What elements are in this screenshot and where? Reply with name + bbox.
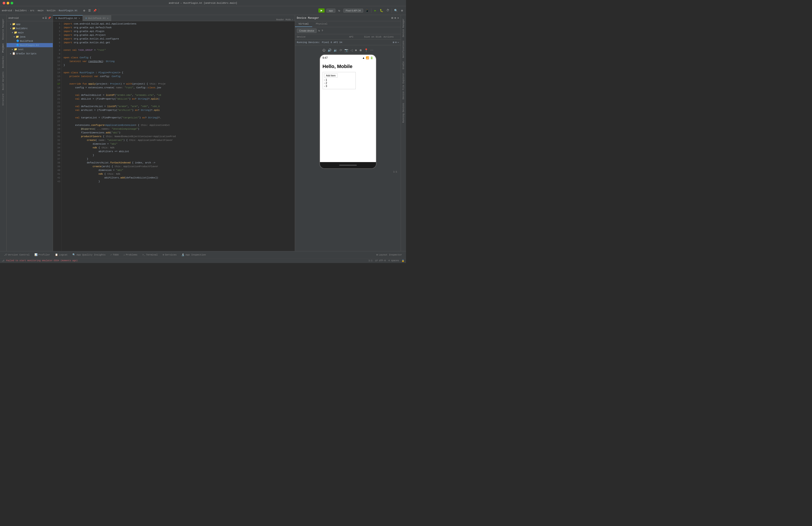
device-column-headers: Device API Size on Disk Actions [295,34,401,40]
bottom-tab-problems[interactable]: ⚠ Problems [121,252,140,257]
device-screen[interactable]: Hello, Mobile Add item - 1 - 2 - 3 [320,61,376,162]
more-device-btn[interactable]: ⋯ [370,48,374,52]
profile-icon[interactable]: ⏱ [386,9,390,13]
app-config-button[interactable]: app [327,9,335,13]
device-selector[interactable]: Pixel 6 API 34 [343,9,363,13]
battery-icon: 🔋 [370,56,373,59]
more-icon[interactable]: ⋯ [397,41,399,44]
close-button[interactable] [3,2,5,4]
debug-icon[interactable]: 🐛 [379,9,384,13]
settings-icon[interactable]: ⚙ [394,16,396,20]
bottom-tab-logcat[interactable]: 📋 Logcat [53,252,70,257]
settings-icon[interactable]: ⚙ [82,9,87,13]
breadcrumb-kotlin[interactable]: kotlin [47,9,56,12]
pin-panel-icon[interactable]: 📌 [48,17,51,19]
breadcrumb-src[interactable]: src [30,9,34,12]
tree-item-main[interactable]: ▾ 📁 main [6,30,53,35]
sidebar-tab-notifications[interactable]: Notifications [401,39,406,60]
volume-up-btn[interactable]: 🔊 [327,48,332,52]
location-btn[interactable]: 📍 [364,48,368,52]
editor-area[interactable]: 12345 678910 1112131415 1617181920 21222… [53,21,295,251]
editor-tab-buildtask[interactable]: K BuildTask.kt ✕ [83,15,111,21]
bottom-tab-terminal[interactable]: >_ Terminal [140,253,160,257]
run-button[interactable]: ▶ [318,9,324,13]
settings-gear-icon[interactable]: ⚙ [400,9,404,13]
tree-item-gradle-scripts[interactable]: ▸ 📋 Gradle Scripts [6,52,53,56]
bottom-tab-app-quality[interactable]: 🔍 App Quality Insights [70,252,108,257]
editor-tab-rustplugin[interactable]: K RustPlugin.kt ✕ [53,15,83,21]
breadcrumb-buildsrc[interactable]: buildSrc [15,9,27,12]
sidebar-tab-structure[interactable]: Structure [1,92,5,107]
bottom-tab-profiler[interactable]: 📊 Profiler [32,252,52,257]
power-btn[interactable]: ⏻ [322,48,326,52]
sidebar-tab-build-variants[interactable]: Build Variants [1,70,5,92]
tree-item-buildtask[interactable]: 🔷 BuildTask [6,39,53,43]
running-device-name[interactable]: Pixel 6 API 34 [322,41,342,44]
breadcrumb-android[interactable]: android [2,9,12,12]
tree-item-java[interactable]: ▾ 📁 java [6,35,53,39]
settings-row-icon[interactable]: ⚙ [395,41,397,44]
col-device[interactable]: Device [297,35,347,38]
indent[interactable]: 4 spaces [388,259,399,262]
breadcrumb-main[interactable]: main [38,9,43,12]
list-icon[interactable]: ☰ [87,9,92,13]
collapse-icon[interactable]: ☰ [45,17,47,19]
stop-btn[interactable]: ■ [354,48,357,52]
refresh-icon[interactable]: ↻ [318,29,320,32]
device-manager-title: Device Manager [297,17,319,20]
breadcrumb-file[interactable]: RustPlugin.kt [59,9,78,12]
bottom-tab-layout-inspector[interactable]: ⊞ Layout Inspector [374,252,404,257]
close-panel-icon[interactable]: ✕ [397,16,399,20]
toolbar-right: ▶ app ↻ Pixel 6 API 34 📱 ▶ 🐛 ⏱ 🔍 ⚙ [318,9,404,13]
bottom-tab-services[interactable]: ⚙ Services [160,252,179,257]
gear-icon[interactable]: ⚙ [42,17,44,19]
line-col[interactable]: 1:1 [368,259,373,262]
encoding[interactable]: LF UTF-8 [375,259,386,262]
bottom-tab-app-inspection[interactable]: 🔬 App Inspection [179,252,208,257]
kt-icon: K [56,17,57,20]
create-device-button[interactable]: Create device [297,28,317,33]
sidebar-tab-device-manager[interactable]: Device Manager [401,17,406,39]
sidebar-tab-bookmarks[interactable]: Bookmarks [1,54,5,70]
device-frame: 9:47 ▲ 📶 🔋 Hello, Mobile Add item - 1 - … [319,54,377,169]
bottom-tab-label: TODO [113,254,118,256]
bottom-tab-todo[interactable]: ✓ TODO [108,252,121,257]
gradle-icon: 📋 [12,52,15,55]
volume-down-btn[interactable]: 🔉 [333,48,338,52]
screenshot-btn[interactable]: 📷 [344,48,349,52]
tree-item-buildsrc[interactable]: ▾ 📁 buildSrc [6,26,53,30]
run-icon[interactable]: ▶ [373,9,378,13]
resize-icon[interactable]: ⊟ [391,16,393,20]
sidebar-tab-device-file-explorer[interactable]: Device File Explorer [401,71,406,101]
pin-icon[interactable]: 📌 [93,9,97,13]
device-manager-icon[interactable]: 📱 [365,9,369,13]
sidebar-tab-running-devices[interactable]: Running Devices [401,101,406,125]
tab-close-buildtask[interactable]: ✕ [107,17,108,20]
sync-icon[interactable]: ↻ [337,9,342,13]
project-panel-title[interactable]: Android [9,17,18,19]
help-icon[interactable]: ? [322,29,323,32]
maximize-button[interactable] [11,2,13,4]
device-tab-physical[interactable]: Physical [312,21,331,27]
minimize-button[interactable] [6,2,9,4]
expand-icon[interactable]: ⊞ [393,41,394,44]
traffic-lights[interactable] [3,2,13,4]
tab-close-rustplugin[interactable]: ✕ [78,17,80,20]
add-item-button[interactable]: Add item [324,73,338,77]
sidebar-tab-resource-manager[interactable]: Resource Manager [1,17,5,42]
sidebar-tab-project[interactable]: Project [1,42,5,54]
bottom-tab-version-control[interactable]: ⎇ Version Control [2,252,32,257]
record-btn[interactable]: ⏺ [359,48,363,52]
tree-item-rustplugin[interactable]: 🔷 RustPlugin.kt [6,43,53,47]
tree-item-test[interactable]: ▸ 📁 test [6,47,53,52]
sidebar-tab-gradle[interactable]: Gradle [401,60,406,71]
rotate-btn[interactable]: ⟳ [339,48,343,52]
code-editor[interactable]: import com.android.build.api.dsl.Applica… [62,21,295,251]
kt-file-icon: 🔷 [16,39,19,43]
search-icon[interactable]: 🔍 [394,9,398,13]
tree-item-app[interactable]: ▾ 📁 app [6,22,53,26]
device-toolbar: Create device ↻ ? [295,27,401,34]
back-btn[interactable]: ◁ [350,48,353,52]
device-tab-virtual[interactable]: Virtual [295,21,312,27]
reader-mode[interactable]: Reader Mode ✓ [275,18,295,21]
